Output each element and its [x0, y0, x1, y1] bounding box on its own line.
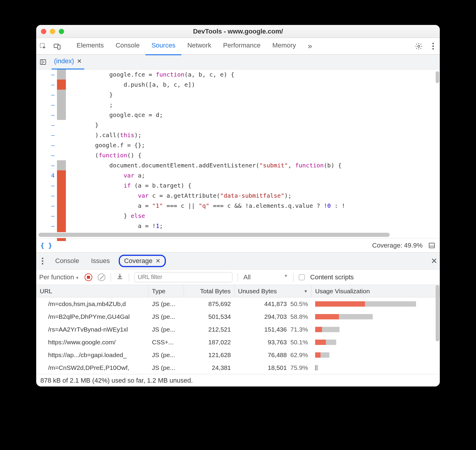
cell-usage-viz: [312, 327, 440, 332]
content-scripts-checkbox[interactable]: [299, 274, 305, 280]
table-row[interactable]: /rs=AA2YrTvBynad-nWEy1xlJS (pe...212,521…: [36, 323, 440, 336]
source-code-panel: ––––––––––4–––––– google.fce = function(…: [36, 69, 440, 232]
close-drawer-icon[interactable]: ✕: [431, 256, 437, 266]
window-title: DevTools - www.google.com/: [36, 28, 440, 35]
col-url[interactable]: URL: [36, 285, 148, 297]
drawer-tab-coverage-label: Coverage: [124, 257, 152, 265]
cell-total-bytes: 875,692: [184, 300, 234, 308]
cell-type: JS (pe...: [148, 364, 184, 371]
cell-unused-bytes: 18,50175.9%: [234, 364, 312, 371]
cell-url: /m=B2qlPe,DhPYme,GU4Gal: [36, 313, 148, 320]
content-scripts-label: Content scripts: [310, 273, 354, 281]
code-vertical-scrollbar[interactable]: [436, 69, 439, 232]
cell-total-bytes: 187,022: [184, 339, 234, 346]
svg-rect-4: [40, 60, 46, 64]
cell-type: JS (pe...: [148, 300, 184, 308]
col-total-bytes[interactable]: Total Bytes: [184, 285, 234, 297]
col-unused-bytes[interactable]: Unused Bytes▼: [234, 285, 312, 297]
col-usage-viz[interactable]: Usage Visualization: [312, 285, 440, 297]
cell-usage-viz: [312, 352, 440, 358]
source-info-bar: { } Coverage: 49.9%: [36, 238, 440, 252]
cell-url: https://www.google.com/: [36, 339, 148, 346]
cell-total-bytes: 212,521: [184, 326, 234, 333]
coverage-vertical-scrollbar[interactable]: [436, 285, 439, 374]
inspect-element-icon[interactable]: [39, 42, 47, 50]
source-code-text[interactable]: google.fce = function(a, b, c, e) { d.pu…: [57, 69, 440, 232]
svg-rect-5: [429, 243, 434, 248]
url-filter-input[interactable]: [134, 272, 232, 282]
cell-unused-bytes: 76,48862.9%: [234, 351, 312, 359]
cell-type: JS (pe...: [148, 313, 184, 320]
stop-recording-icon[interactable]: [85, 273, 92, 281]
cell-usage-viz: [312, 340, 440, 345]
file-tab-index[interactable]: (index) ✕: [52, 54, 84, 69]
cell-url: /m=cdos,hsm,jsa,mb4ZUb,d: [36, 300, 148, 308]
cell-unused-bytes: 441,87350.5%: [234, 300, 312, 308]
type-filter-label: All: [243, 273, 250, 281]
settings-gear-icon[interactable]: [415, 42, 423, 50]
tab-console[interactable]: Console: [110, 37, 146, 55]
table-row[interactable]: https://ap.../cb=gapi.loaded_JS (pe...12…: [36, 348, 440, 361]
cell-type: JS (pe...: [148, 326, 184, 333]
main-panel-tabs: Elements Console Sources Network Perform…: [71, 37, 318, 55]
tab-network[interactable]: Network: [181, 37, 217, 55]
table-row[interactable]: /m=cdos,hsm,jsa,mb4ZUb,dJS (pe...875,692…: [36, 297, 440, 310]
drawer-tab-console[interactable]: Console: [52, 255, 82, 267]
cell-type: CSS+...: [148, 339, 184, 346]
toolbar-divider: [238, 273, 238, 281]
file-tab-label: (index): [54, 57, 74, 65]
cell-usage-viz: [312, 365, 440, 370]
more-tabs-icon[interactable]: »: [302, 37, 318, 55]
line-number-gutter[interactable]: ––––––––––4––––––: [36, 69, 57, 232]
tab-memory[interactable]: Memory: [266, 37, 302, 55]
toolbar-divider: [293, 273, 293, 281]
main-toolbar: Elements Console Sources Network Perform…: [36, 38, 440, 55]
toolbar-divider: [111, 273, 111, 281]
cell-unused-bytes: 151,43671.3%: [234, 326, 312, 333]
close-file-tab-icon[interactable]: ✕: [77, 58, 82, 65]
granularity-label: Per function: [39, 273, 74, 281]
cell-url: /m=CnSW2d,DPreE,P10Owf,: [36, 364, 148, 371]
cell-total-bytes: 121,628: [184, 351, 234, 359]
tab-performance[interactable]: Performance: [217, 37, 266, 55]
col-unused-label: Unused Bytes: [238, 288, 277, 295]
table-row[interactable]: /m=CnSW2d,DPreE,P10Owf,JS (pe...24,38118…: [36, 361, 440, 374]
drawer-more-icon[interactable]: [39, 257, 46, 265]
code-horizontal-scrollbar[interactable]: [36, 232, 440, 238]
show-debugger-icon[interactable]: [428, 242, 436, 249]
coverage-percent-label: Coverage: 49.9%: [372, 242, 423, 249]
type-filter-select[interactable]: All▼: [243, 273, 288, 281]
title-bar: DevTools - www.google.com/: [36, 25, 440, 38]
device-toolbar-icon[interactable]: [53, 42, 61, 50]
col-type[interactable]: Type: [148, 285, 184, 297]
coverage-toolbar: Per function▼ All▼ Content scripts: [36, 270, 440, 285]
table-row[interactable]: /m=B2qlPe,DhPYme,GU4GalJS (pe...501,5342…: [36, 310, 440, 323]
pretty-print-icon[interactable]: { }: [40, 242, 52, 249]
coverage-summary-text: 878 kB of 2.1 MB (42%) used so far, 1.2 …: [40, 377, 193, 384]
cell-total-bytes: 501,534: [184, 313, 234, 320]
cell-unused-bytes: 294,70358.8%: [234, 313, 312, 320]
sources-file-tabs: (index) ✕: [36, 55, 440, 69]
export-coverage-icon[interactable]: [116, 272, 123, 282]
more-options-kebab-icon[interactable]: [429, 42, 437, 50]
svg-rect-2: [58, 45, 60, 49]
coverage-status-bar: 878 kB of 2.1 MB (42%) used so far, 1.2 …: [36, 374, 440, 386]
coverage-table: URL Type Total Bytes Unused Bytes▼ Usage…: [36, 285, 440, 374]
tab-elements[interactable]: Elements: [71, 37, 110, 55]
cell-url: https://ap.../cb=gapi.loaded_: [36, 351, 148, 359]
cell-usage-viz: [312, 314, 440, 319]
cell-type: JS (pe...: [148, 351, 184, 359]
coverage-table-body: /m=cdos,hsm,jsa,mb4ZUb,dJS (pe...875,692…: [36, 297, 440, 374]
devtools-window: DevTools - www.google.com/ Elements Cons…: [36, 25, 440, 386]
toolbar-divider: [129, 273, 129, 281]
close-coverage-tab-icon[interactable]: ✕: [156, 257, 161, 264]
show-navigator-icon[interactable]: [39, 58, 47, 66]
drawer-tab-issues[interactable]: Issues: [88, 255, 113, 267]
cell-unused-bytes: 93,76350.1%: [234, 339, 312, 346]
clear-coverage-icon[interactable]: [98, 273, 105, 281]
tab-sources[interactable]: Sources: [145, 37, 181, 55]
coverage-granularity-select[interactable]: Per function▼: [39, 273, 79, 281]
table-row[interactable]: https://www.google.com/CSS+...187,02293,…: [36, 336, 440, 348]
drawer-tab-coverage[interactable]: Coverage ✕: [119, 255, 166, 267]
drawer-tabs: Console Issues Coverage ✕ ✕: [36, 252, 440, 270]
